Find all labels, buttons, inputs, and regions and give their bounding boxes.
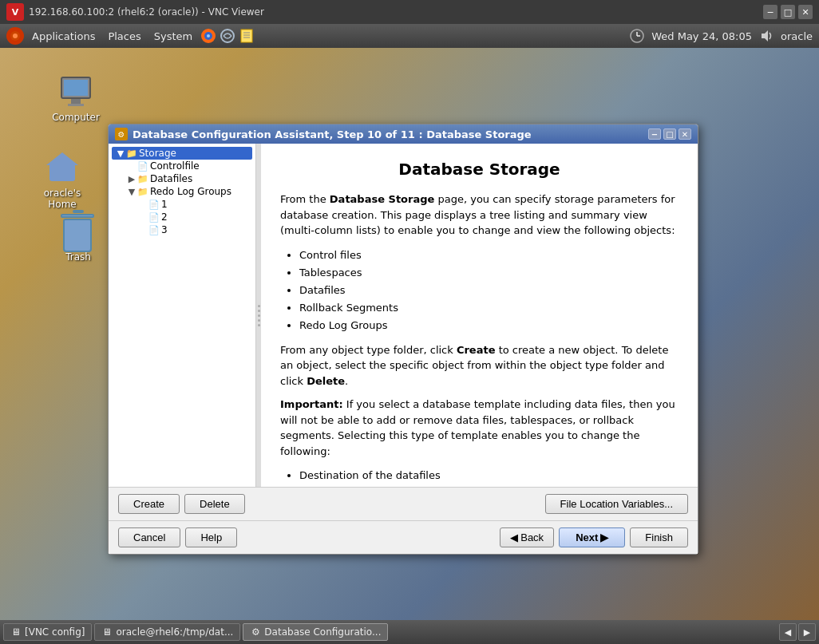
delete-bold: Delete <box>307 375 345 387</box>
folder-icon-datafiles: 📁 <box>137 173 148 184</box>
applications-menu[interactable]: Applications <box>27 29 100 44</box>
tree-item-datafiles[interactable]: ▶ 📁 Datafiles <box>112 172 252 185</box>
panel-left: Applications Places System <box>6 27 255 45</box>
computer-desktop-icon[interactable]: Computer <box>44 72 108 123</box>
doc-icon-redo-3: 📄 <box>148 224 160 235</box>
doc-icon-controlfile: 📄 <box>137 160 148 172</box>
template-list: Destination of the datafiles Control fil… <box>299 467 679 487</box>
dialog-title-icon: ⚙ <box>115 128 128 140</box>
tree-expander-storage[interactable]: ▼ <box>115 148 126 159</box>
dialog-window: ⚙ Database Configuration Assistant, Step… <box>108 124 698 555</box>
create-button[interactable]: Create <box>118 494 180 514</box>
oracle-home-icon-img <box>43 148 81 186</box>
next-button[interactable]: Next ▶ <box>559 527 625 547</box>
tree-label-storage: Storage <box>139 148 176 159</box>
taskbar-dbca-icon: ⚙ <box>250 626 261 638</box>
clock-icon <box>629 28 645 44</box>
datetime-label: Wed May 24, 08:05 <box>651 30 752 42</box>
trash-icon-img <box>59 211 97 250</box>
taskbar-next-btn[interactable]: ▶ <box>798 623 816 641</box>
tree-item-redo-log-groups[interactable]: ▼ 📁 Redo Log Groups <box>112 185 252 198</box>
firefox-icon[interactable] <box>200 28 216 44</box>
dialog-maximize-btn[interactable]: □ <box>663 128 676 140</box>
maximize-button[interactable]: □ <box>781 5 795 19</box>
trash-icon-label: Trash <box>65 251 91 263</box>
taskbar-item-dbca[interactable]: ⚙ Database Configuratio... <box>243 623 388 641</box>
system-menu[interactable]: System <box>149 29 197 44</box>
delete-button[interactable]: Delete <box>184 494 245 514</box>
computer-icon-label: Computer <box>52 112 100 123</box>
tree-label-datafiles: Datafiles <box>150 173 192 184</box>
trash-desktop-icon[interactable]: Trash <box>46 211 110 263</box>
vnc-titlebar: V 192.168.60.100:2 (rhel6:2 (oracle)) - … <box>0 0 819 24</box>
doc-icon-redo-2: 📄 <box>148 211 160 223</box>
help-button[interactable]: Help <box>185 527 237 547</box>
places-menu[interactable]: Places <box>103 29 145 44</box>
oracle-home-desktop-icon[interactable]: oracle's Home <box>30 148 94 210</box>
nav-right-buttons: ◀ Back Next ▶ Finish <box>500 527 688 547</box>
next-chevron: ▶ <box>600 531 608 543</box>
tree-expander-datafiles[interactable]: ▶ <box>126 174 137 184</box>
tree-item-redo-1[interactable]: 📄 1 <box>112 198 252 211</box>
gnome-icon <box>6 27 24 45</box>
taskbar-vnc-label: [VNC config] <box>25 626 85 638</box>
tree-expander-redo-log-groups[interactable]: ▼ <box>126 187 137 197</box>
tree-panel: ▼ 📁 Storage 📄 Controlfile ▶ 📁 Datafiles <box>109 144 256 487</box>
list-item-tablespaces: Tablespaces <box>299 264 679 282</box>
taskbar-prev-btn[interactable]: ◀ <box>779 623 797 641</box>
list-item-control-files: Control files <box>299 247 679 264</box>
file-location-button[interactable]: File Location Variables... <box>545 494 688 514</box>
nav-left-buttons: Cancel Help <box>118 527 237 547</box>
taskbar-item-terminal[interactable]: 🖥 oracle@rhel6:/tmp/dat... <box>94 623 240 641</box>
svg-rect-6 <box>241 30 252 42</box>
vnc-title: 192.168.60.100:2 (rhel6:2 (oracle)) - VN… <box>29 6 763 18</box>
back-label: Back <box>520 531 544 543</box>
list-item-redo-log: Redo Log Groups <box>299 317 679 334</box>
back-chevron: ◀ <box>510 531 518 543</box>
window-controls: − □ ✕ <box>763 5 813 19</box>
svg-marker-13 <box>762 30 768 41</box>
intro-paragraph: From the Database Storage page, you can … <box>280 192 679 239</box>
finish-button[interactable]: Finish <box>630 527 688 547</box>
tree-item-storage[interactable]: ▼ 📁 Storage <box>112 147 252 160</box>
tree-item-redo-3[interactable]: 📄 3 <box>112 223 252 236</box>
object-types-list: Control files Tablespaces Datafiles Roll… <box>299 247 679 334</box>
tree-item-redo-2[interactable]: 📄 2 <box>112 211 252 223</box>
svg-point-4 <box>207 34 210 38</box>
important-paragraph: Important: If you select a database temp… <box>280 397 679 459</box>
db-storage-bold: Database Storage <box>330 193 435 205</box>
close-button[interactable]: ✕ <box>798 5 813 19</box>
dialog-close-btn[interactable]: ✕ <box>679 128 691 140</box>
content-heading: Database Storage <box>280 160 679 179</box>
folder-icon-redo-log: 📁 <box>137 186 148 197</box>
dialog-body: ▼ 📁 Storage 📄 Controlfile ▶ 📁 Datafiles <box>109 144 698 487</box>
important-label: Important: <box>280 398 343 410</box>
svg-point-1 <box>13 34 18 38</box>
list-item-datafiles: Datafiles <box>299 282 679 299</box>
tree-item-controlfile[interactable]: 📄 Controlfile <box>112 160 252 172</box>
network-icon[interactable] <box>220 28 235 44</box>
notes-icon[interactable] <box>239 28 255 44</box>
taskbar-vnc-icon: 🖥 <box>10 626 22 638</box>
list-item-control-log: Control files or log groups. <box>299 485 679 487</box>
footer-left-buttons: Create Delete <box>118 494 245 514</box>
tree-label-redo-1: 1 <box>161 199 168 210</box>
minimize-button[interactable]: − <box>763 5 777 19</box>
footer-right-buttons: File Location Variables... <box>545 494 688 514</box>
next-label: Next <box>576 531 598 543</box>
taskbar-terminal-label: oracle@rhel6:/tmp/dat... <box>116 626 233 638</box>
tree-label-redo-3: 3 <box>161 224 168 235</box>
panel-right: Wed May 24, 08:05 oracle <box>629 28 813 44</box>
back-button[interactable]: ◀ Back <box>500 527 554 547</box>
dialog-title-controls: − □ ✕ <box>648 128 691 140</box>
cancel-button[interactable]: Cancel <box>118 527 180 547</box>
volume-icon[interactable] <box>758 28 774 44</box>
dialog-minimize-btn[interactable]: − <box>648 128 661 140</box>
dialog-title-text: Database Configuration Assistant, Step 1… <box>133 128 648 140</box>
doc-icon-redo-1: 📄 <box>148 199 160 210</box>
oracle-home-icon-label: oracle's Home <box>30 188 94 210</box>
list-item-rollback: Rollback Segments <box>299 299 679 317</box>
taskbar-terminal-icon: 🖥 <box>101 626 113 638</box>
dialog-nav: Cancel Help ◀ Back Next ▶ Finish <box>109 520 698 554</box>
taskbar-item-vnc[interactable]: 🖥 [VNC config] <box>3 623 92 641</box>
